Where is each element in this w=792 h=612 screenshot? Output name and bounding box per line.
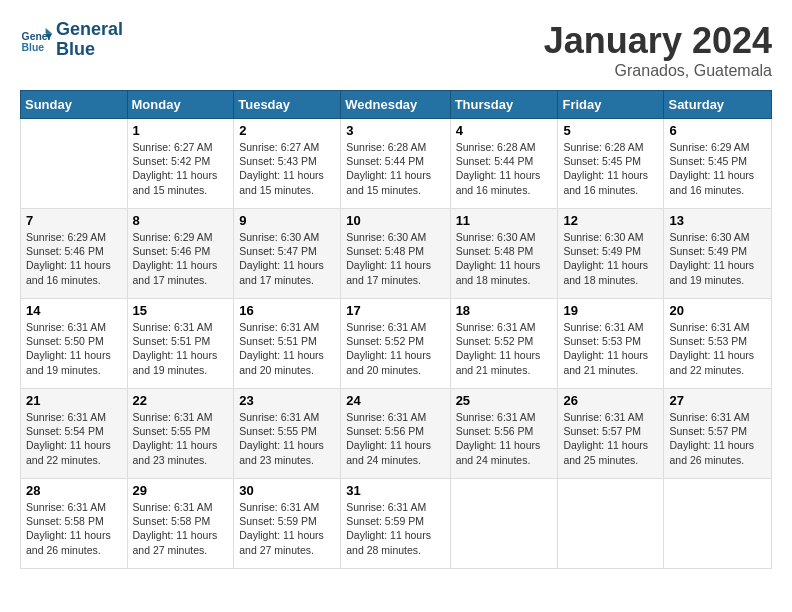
day-info: Sunrise: 6:31 AMSunset: 5:50 PMDaylight:… [26, 320, 122, 377]
calendar-cell: 7Sunrise: 6:29 AMSunset: 5:46 PMDaylight… [21, 209, 128, 299]
calendar-cell: 17Sunrise: 6:31 AMSunset: 5:52 PMDayligh… [341, 299, 450, 389]
column-header-thursday: Thursday [450, 91, 558, 119]
day-number: 19 [563, 303, 658, 318]
calendar-cell [558, 479, 664, 569]
day-info: Sunrise: 6:31 AMSunset: 5:52 PMDaylight:… [456, 320, 553, 377]
day-info: Sunrise: 6:29 AMSunset: 5:46 PMDaylight:… [133, 230, 229, 287]
calendar-cell: 25Sunrise: 6:31 AMSunset: 5:56 PMDayligh… [450, 389, 558, 479]
calendar-cell: 21Sunrise: 6:31 AMSunset: 5:54 PMDayligh… [21, 389, 128, 479]
logo-icon: General Blue [20, 24, 52, 56]
calendar-cell: 31Sunrise: 6:31 AMSunset: 5:59 PMDayligh… [341, 479, 450, 569]
column-header-friday: Friday [558, 91, 664, 119]
day-number: 8 [133, 213, 229, 228]
svg-text:Blue: Blue [22, 42, 45, 53]
day-number: 12 [563, 213, 658, 228]
day-info: Sunrise: 6:31 AMSunset: 5:53 PMDaylight:… [669, 320, 766, 377]
day-info: Sunrise: 6:31 AMSunset: 5:55 PMDaylight:… [133, 410, 229, 467]
day-info: Sunrise: 6:31 AMSunset: 5:59 PMDaylight:… [239, 500, 335, 557]
week-row-3: 14Sunrise: 6:31 AMSunset: 5:50 PMDayligh… [21, 299, 772, 389]
day-number: 28 [26, 483, 122, 498]
day-number: 9 [239, 213, 335, 228]
calendar-title: January 2024 [544, 20, 772, 62]
day-info: Sunrise: 6:29 AMSunset: 5:46 PMDaylight:… [26, 230, 122, 287]
calendar-cell: 13Sunrise: 6:30 AMSunset: 5:49 PMDayligh… [664, 209, 772, 299]
day-info: Sunrise: 6:31 AMSunset: 5:56 PMDaylight:… [346, 410, 444, 467]
day-info: Sunrise: 6:31 AMSunset: 5:58 PMDaylight:… [133, 500, 229, 557]
logo: General Blue General Blue [20, 20, 123, 60]
calendar-subtitle: Granados, Guatemala [544, 62, 772, 80]
title-section: January 2024 Granados, Guatemala [544, 20, 772, 80]
column-header-monday: Monday [127, 91, 234, 119]
calendar-cell: 5Sunrise: 6:28 AMSunset: 5:45 PMDaylight… [558, 119, 664, 209]
calendar-cell: 14Sunrise: 6:31 AMSunset: 5:50 PMDayligh… [21, 299, 128, 389]
day-info: Sunrise: 6:31 AMSunset: 5:54 PMDaylight:… [26, 410, 122, 467]
calendar-cell: 8Sunrise: 6:29 AMSunset: 5:46 PMDaylight… [127, 209, 234, 299]
day-number: 29 [133, 483, 229, 498]
day-info: Sunrise: 6:31 AMSunset: 5:55 PMDaylight:… [239, 410, 335, 467]
calendar-cell: 16Sunrise: 6:31 AMSunset: 5:51 PMDayligh… [234, 299, 341, 389]
column-header-wednesday: Wednesday [341, 91, 450, 119]
day-info: Sunrise: 6:30 AMSunset: 5:48 PMDaylight:… [456, 230, 553, 287]
day-info: Sunrise: 6:31 AMSunset: 5:59 PMDaylight:… [346, 500, 444, 557]
calendar-cell: 26Sunrise: 6:31 AMSunset: 5:57 PMDayligh… [558, 389, 664, 479]
day-info: Sunrise: 6:31 AMSunset: 5:57 PMDaylight:… [669, 410, 766, 467]
week-row-1: 1Sunrise: 6:27 AMSunset: 5:42 PMDaylight… [21, 119, 772, 209]
calendar-cell: 1Sunrise: 6:27 AMSunset: 5:42 PMDaylight… [127, 119, 234, 209]
calendar-cell: 4Sunrise: 6:28 AMSunset: 5:44 PMDaylight… [450, 119, 558, 209]
day-number: 18 [456, 303, 553, 318]
column-header-sunday: Sunday [21, 91, 128, 119]
calendar-cell: 9Sunrise: 6:30 AMSunset: 5:47 PMDaylight… [234, 209, 341, 299]
calendar-cell: 2Sunrise: 6:27 AMSunset: 5:43 PMDaylight… [234, 119, 341, 209]
calendar-cell: 18Sunrise: 6:31 AMSunset: 5:52 PMDayligh… [450, 299, 558, 389]
calendar-cell: 19Sunrise: 6:31 AMSunset: 5:53 PMDayligh… [558, 299, 664, 389]
day-number: 4 [456, 123, 553, 138]
calendar-cell: 22Sunrise: 6:31 AMSunset: 5:55 PMDayligh… [127, 389, 234, 479]
calendar-cell: 12Sunrise: 6:30 AMSunset: 5:49 PMDayligh… [558, 209, 664, 299]
day-info: Sunrise: 6:29 AMSunset: 5:45 PMDaylight:… [669, 140, 766, 197]
calendar-cell: 28Sunrise: 6:31 AMSunset: 5:58 PMDayligh… [21, 479, 128, 569]
day-number: 31 [346, 483, 444, 498]
calendar-cell: 3Sunrise: 6:28 AMSunset: 5:44 PMDaylight… [341, 119, 450, 209]
calendar-cell: 24Sunrise: 6:31 AMSunset: 5:56 PMDayligh… [341, 389, 450, 479]
day-info: Sunrise: 6:31 AMSunset: 5:51 PMDaylight:… [239, 320, 335, 377]
day-number: 21 [26, 393, 122, 408]
day-number: 14 [26, 303, 122, 318]
day-number: 10 [346, 213, 444, 228]
column-header-tuesday: Tuesday [234, 91, 341, 119]
day-info: Sunrise: 6:28 AMSunset: 5:45 PMDaylight:… [563, 140, 658, 197]
day-number: 3 [346, 123, 444, 138]
day-info: Sunrise: 6:31 AMSunset: 5:52 PMDaylight:… [346, 320, 444, 377]
week-row-2: 7Sunrise: 6:29 AMSunset: 5:46 PMDaylight… [21, 209, 772, 299]
day-number: 13 [669, 213, 766, 228]
day-number: 16 [239, 303, 335, 318]
day-number: 5 [563, 123, 658, 138]
calendar-cell: 11Sunrise: 6:30 AMSunset: 5:48 PMDayligh… [450, 209, 558, 299]
calendar-cell: 30Sunrise: 6:31 AMSunset: 5:59 PMDayligh… [234, 479, 341, 569]
header: General Blue General Blue January 2024 G… [20, 20, 772, 80]
calendar-table: SundayMondayTuesdayWednesdayThursdayFrid… [20, 90, 772, 569]
day-info: Sunrise: 6:30 AMSunset: 5:47 PMDaylight:… [239, 230, 335, 287]
day-info: Sunrise: 6:31 AMSunset: 5:51 PMDaylight:… [133, 320, 229, 377]
day-number: 30 [239, 483, 335, 498]
day-info: Sunrise: 6:31 AMSunset: 5:56 PMDaylight:… [456, 410, 553, 467]
day-number: 20 [669, 303, 766, 318]
day-info: Sunrise: 6:31 AMSunset: 5:57 PMDaylight:… [563, 410, 658, 467]
day-info: Sunrise: 6:31 AMSunset: 5:58 PMDaylight:… [26, 500, 122, 557]
day-info: Sunrise: 6:27 AMSunset: 5:43 PMDaylight:… [239, 140, 335, 197]
day-info: Sunrise: 6:28 AMSunset: 5:44 PMDaylight:… [456, 140, 553, 197]
day-number: 25 [456, 393, 553, 408]
calendar-cell: 29Sunrise: 6:31 AMSunset: 5:58 PMDayligh… [127, 479, 234, 569]
day-info: Sunrise: 6:27 AMSunset: 5:42 PMDaylight:… [133, 140, 229, 197]
calendar-cell [21, 119, 128, 209]
calendar-cell: 27Sunrise: 6:31 AMSunset: 5:57 PMDayligh… [664, 389, 772, 479]
calendar-cell: 23Sunrise: 6:31 AMSunset: 5:55 PMDayligh… [234, 389, 341, 479]
day-number: 6 [669, 123, 766, 138]
calendar-cell [450, 479, 558, 569]
calendar-cell: 15Sunrise: 6:31 AMSunset: 5:51 PMDayligh… [127, 299, 234, 389]
logo-text: General Blue [56, 20, 123, 60]
day-info: Sunrise: 6:30 AMSunset: 5:49 PMDaylight:… [563, 230, 658, 287]
calendar-cell: 6Sunrise: 6:29 AMSunset: 5:45 PMDaylight… [664, 119, 772, 209]
day-info: Sunrise: 6:28 AMSunset: 5:44 PMDaylight:… [346, 140, 444, 197]
day-number: 15 [133, 303, 229, 318]
calendar-header-row: SundayMondayTuesdayWednesdayThursdayFrid… [21, 91, 772, 119]
